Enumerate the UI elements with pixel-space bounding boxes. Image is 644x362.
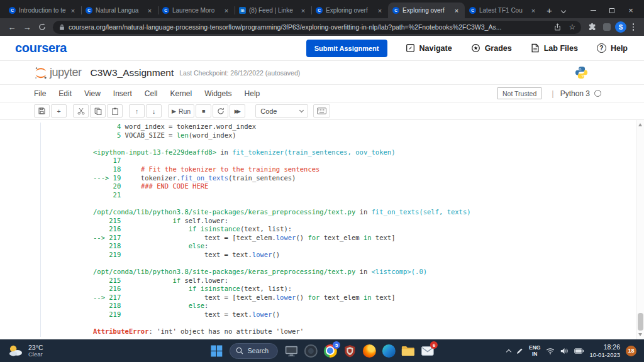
weather-widget[interactable]: 23°C Clear — [8, 344, 43, 358]
cell-type-value: Code — [260, 107, 277, 115]
traceback-line: 218 else: — [93, 242, 631, 251]
pen-icon[interactable] — [516, 348, 523, 354]
menu-insert[interactable]: Insert — [107, 89, 138, 98]
tab-title: (8) Feed | Linke — [249, 7, 296, 14]
notebook-title[interactable]: C3W3_Assignment — [91, 67, 174, 79]
command-palette-button[interactable] — [313, 104, 330, 118]
tab-close-icon[interactable]: × — [299, 7, 307, 14]
tab-close-icon[interactable]: × — [69, 7, 77, 14]
tab-close-icon[interactable]: × — [223, 7, 230, 14]
run-button[interactable]: ▶ Run — [168, 104, 194, 118]
menu-kernel[interactable]: Kernel — [164, 89, 199, 98]
nav-grades[interactable]: Grades — [462, 43, 521, 53]
edge-icon[interactable] — [380, 343, 397, 359]
traceback-line: 4 word_index = tokenizer.word_index — [93, 123, 631, 131]
copy-cells-button[interactable] — [90, 104, 106, 118]
tray-chevron-icon[interactable] — [507, 348, 511, 354]
nav-help[interactable]: ? Help — [587, 43, 628, 53]
firefox-icon[interactable] — [361, 343, 377, 359]
jupyter-toolbar: + ↑ ↓ ▶ Run ■ ▶▶ Code — [0, 102, 644, 120]
coursera-logo[interactable]: coursera — [15, 41, 67, 55]
traceback-line: 219 text = text.lower() — [93, 251, 631, 260]
cell-type-select[interactable]: Code — [255, 104, 308, 118]
taskbar-clock[interactable]: 18:26 10-01-2023 — [589, 343, 620, 359]
tab-close-icon[interactable]: × — [453, 7, 460, 14]
battery-icon[interactable] — [574, 348, 584, 354]
menu-edit[interactable]: Edit — [52, 89, 78, 98]
move-cell-down-button[interactable]: ↓ — [146, 104, 162, 118]
nav-navigate[interactable]: Navigate — [396, 43, 462, 53]
close-button[interactable]: × — [621, 3, 640, 18]
submit-assignment-button[interactable]: Submit Assignment — [306, 40, 387, 57]
language-indicator[interactable]: ENG IN — [529, 344, 540, 357]
volume-icon[interactable] — [560, 348, 569, 354]
move-cell-up-button[interactable]: ↑ — [129, 104, 145, 118]
browser-tab[interactable]: CExploring overf× — [311, 3, 388, 18]
save-icon — [38, 107, 45, 114]
back-button[interactable]: ← — [5, 20, 19, 34]
browser-tab[interactable]: CExploring overf× — [388, 3, 465, 18]
notification-badge[interactable]: 18 — [626, 346, 636, 356]
notebook-area: 4 word_index = tokenizer.word_index 5 VO… — [0, 120, 644, 339]
nav-lab-files[interactable]: Lab Files — [521, 43, 587, 53]
coursera-header: coursera Submit Assignment Navigate Grad… — [0, 36, 644, 61]
browser-tab[interactable]: CIntroduction to te× — [4, 3, 81, 18]
profile-avatar[interactable]: S — [615, 21, 626, 33]
round-app-icon[interactable] — [303, 343, 319, 359]
system-tray: ENG IN 18:26 10-01-2023 18 — [507, 343, 636, 359]
forward-button[interactable]: → — [20, 20, 34, 34]
traceback-line — [93, 260, 631, 268]
traceback-line: 216 if isinstance(text, list): — [93, 285, 631, 293]
browser-tab[interactable]: in(8) Feed | Linke× — [235, 3, 311, 18]
paste-cells-button[interactable] — [107, 104, 123, 118]
jupyter-menubar: File Edit View Insert Cell Kernel Widget… — [0, 85, 644, 102]
start-button[interactable] — [208, 343, 225, 359]
maximize-button[interactable] — [602, 3, 621, 18]
reload-icon — [38, 23, 46, 31]
jupyter-logo[interactable]: jupyter — [34, 66, 82, 80]
wifi-icon[interactable] — [546, 348, 555, 354]
bookmark-star-icon[interactable]: ☆ — [567, 23, 578, 31]
restart-kernel-button[interactable] — [213, 104, 228, 118]
monitor-app-icon[interactable] — [283, 343, 299, 359]
scrollbar-down-arrow[interactable] — [638, 333, 642, 336]
mail-icon[interactable]: 6 — [419, 343, 436, 359]
save-button[interactable] — [34, 104, 50, 118]
browser-tab[interactable]: CLatest TF1 Cou× — [465, 3, 541, 18]
tab-title: Latest TF1 Cou — [479, 7, 526, 14]
menu-widgets[interactable]: Widgets — [198, 89, 238, 98]
tab-search-chevron-icon[interactable] — [557, 5, 570, 16]
taskbar-search[interactable]: Search — [230, 343, 278, 359]
folder-icon[interactable] — [400, 343, 416, 359]
traceback-line: ---> 19 tokenizer.fit_on_texts(train_sen… — [93, 174, 631, 183]
traceback-line: 216 if isinstance(text, list): — [93, 225, 631, 234]
notebook-scrollbar[interactable] — [636, 120, 644, 339]
scrollbar-up-arrow[interactable] — [638, 123, 642, 126]
tab-close-icon[interactable]: × — [530, 7, 537, 14]
menu-file[interactable]: File — [34, 89, 52, 98]
restart-run-all-button[interactable]: ▶▶ — [230, 104, 245, 118]
share-icon[interactable] — [552, 23, 563, 31]
address-bar[interactable]: coursera.org/learn/natural-language-proc… — [53, 21, 581, 34]
menu-cell[interactable]: Cell — [138, 89, 164, 98]
interrupt-kernel-button[interactable]: ■ — [196, 104, 211, 118]
tab-close-icon[interactable]: × — [376, 7, 384, 14]
python-logo — [574, 65, 589, 80]
menu-view[interactable]: View — [78, 89, 107, 98]
extension-icon[interactable] — [600, 20, 614, 34]
extensions-puzzle-icon[interactable] — [585, 20, 599, 34]
browser-tab[interactable]: CLaurence Moro× — [158, 3, 235, 18]
insert-cell-button[interactable]: + — [51, 104, 67, 118]
scissors-icon — [77, 107, 85, 115]
browser-tab[interactable]: CNatural Langua× — [81, 3, 158, 18]
tab-close-icon[interactable]: × — [146, 7, 153, 14]
shield-app-icon[interactable] — [341, 343, 358, 359]
reload-button[interactable] — [35, 20, 49, 34]
cut-cell-button[interactable] — [73, 104, 89, 118]
browser-menu-icon[interactable] — [628, 23, 639, 31]
minimize-button[interactable] — [584, 3, 602, 18]
scrollbar-thumb[interactable] — [638, 313, 643, 331]
menu-help[interactable]: Help — [238, 89, 267, 98]
chrome-icon[interactable]: 5 — [322, 343, 338, 359]
new-tab-button[interactable]: + — [541, 5, 557, 16]
